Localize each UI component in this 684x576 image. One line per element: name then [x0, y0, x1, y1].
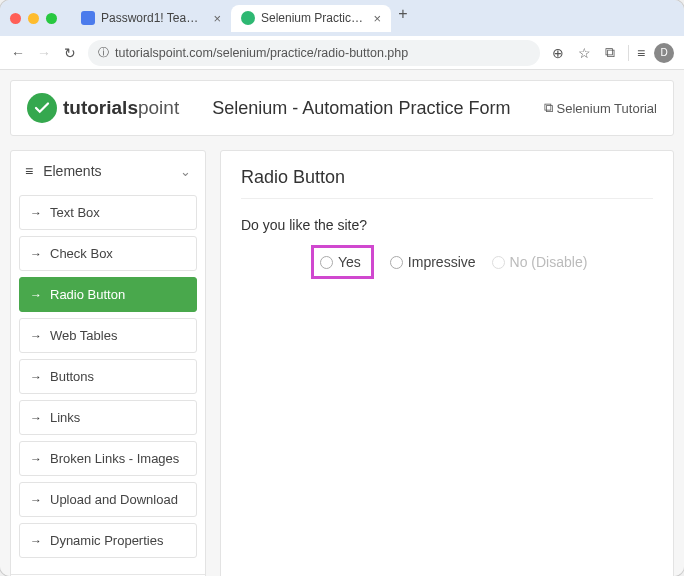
back-button[interactable]: ← [10, 45, 26, 61]
arrow-right-icon: → [30, 329, 42, 343]
page-header: tutorialspoint Selenium - Automation Pra… [10, 80, 674, 136]
favicon [81, 11, 95, 25]
radio-group: Yes Impressive No (Disable) [241, 245, 653, 279]
radio-option-impressive[interactable]: Impressive [390, 254, 476, 270]
bookmark-icon[interactable]: ☆ [576, 45, 592, 61]
page-title: Selenium - Automation Practice Form [212, 98, 510, 119]
highlight-annotation: Yes [311, 245, 374, 279]
site-logo[interactable]: tutorialspoint [27, 93, 179, 123]
favicon [241, 11, 255, 25]
arrow-right-icon: → [30, 534, 42, 548]
arrow-right-icon: → [30, 206, 42, 220]
reload-button[interactable]: ↻ [62, 45, 78, 61]
sidebar-item-dynamic-properties[interactable]: →Dynamic Properties [19, 523, 197, 558]
tab-strip: Password1! Team | Test Resu… × Selenium … [71, 5, 674, 32]
arrow-right-icon: → [30, 370, 42, 384]
sidebar-item-upload-download[interactable]: →Upload and Download [19, 482, 197, 517]
radio-label: Yes [338, 254, 361, 270]
close-window-button[interactable] [10, 13, 21, 24]
arrow-right-icon: → [30, 452, 42, 466]
url-text: tutorialspoint.com/selenium/practice/rad… [115, 46, 408, 60]
sidebar-header-elements[interactable]: ≡ Elements ⌄ [11, 151, 205, 191]
browser-toolbar: ← → ↻ ⓘ tutorialspoint.com/selenium/prac… [0, 36, 684, 70]
sidebar-items-elements: →Text Box →Check Box →Radio Button →Web … [11, 191, 205, 574]
sidebar-item-text-box[interactable]: →Text Box [19, 195, 197, 230]
main-panel: Radio Button Do you like the site? Yes I… [220, 150, 674, 576]
address-bar[interactable]: ⓘ tutorialspoint.com/selenium/practice/r… [88, 40, 540, 66]
close-icon[interactable]: × [213, 11, 221, 26]
content-wrapper: ≡ Elements ⌄ →Text Box →Check Box →Radio… [0, 136, 684, 576]
tab-title: Selenium Practice - Radio Bu [261, 11, 363, 25]
menu-icon: ≡ [25, 163, 33, 179]
radio-option-no: No (Disable) [492, 254, 588, 270]
chevron-down-icon: ⌄ [180, 164, 191, 179]
section-label: Elements [43, 163, 101, 179]
browser-titlebar: Password1! Team | Test Resu… × Selenium … [0, 0, 684, 36]
minimize-window-button[interactable] [28, 13, 39, 24]
sidebar-item-radio-button[interactable]: →Radio Button [19, 277, 197, 312]
radio-icon [320, 256, 333, 269]
arrow-right-icon: → [30, 411, 42, 425]
sidebar-item-broken-links[interactable]: →Broken Links - Images [19, 441, 197, 476]
extensions-icon[interactable]: ⧉ [602, 44, 618, 61]
sidebar: ≡ Elements ⌄ →Text Box →Check Box →Radio… [10, 150, 206, 576]
site-info-icon[interactable]: ⓘ [98, 45, 109, 60]
zoom-icon[interactable]: ⊕ [550, 45, 566, 61]
external-link-icon: ⧉ [544, 100, 553, 116]
radio-label: Impressive [408, 254, 476, 270]
radio-icon [492, 256, 505, 269]
sidebar-item-buttons[interactable]: →Buttons [19, 359, 197, 394]
radio-icon [390, 256, 403, 269]
radio-option-yes[interactable]: Yes [320, 254, 361, 270]
sidebar-section-elements: ≡ Elements ⌄ →Text Box →Check Box →Radio… [11, 151, 205, 575]
arrow-right-icon: → [30, 493, 42, 507]
arrow-right-icon: → [30, 247, 42, 261]
tab-title: Password1! Team | Test Resu… [101, 11, 203, 25]
main-heading: Radio Button [241, 167, 653, 199]
close-icon[interactable]: × [373, 11, 381, 26]
window-controls [10, 13, 57, 24]
question-text: Do you like the site? [241, 217, 653, 233]
logo-text: tutorialspoint [63, 97, 179, 119]
new-tab-button[interactable]: + [391, 5, 415, 32]
selenium-tutorial-link[interactable]: ⧉ Selenium Tutorial [544, 100, 657, 116]
arrow-right-icon: → [30, 288, 42, 302]
tab-0[interactable]: Password1! Team | Test Resu… × [71, 5, 231, 32]
maximize-window-button[interactable] [46, 13, 57, 24]
forward-button[interactable]: → [36, 45, 52, 61]
reader-icon[interactable]: ≡ [628, 45, 644, 61]
profile-avatar[interactable]: D [654, 43, 674, 63]
logo-mark-icon [27, 93, 57, 123]
sidebar-item-web-tables[interactable]: →Web Tables [19, 318, 197, 353]
radio-label: No (Disable) [510, 254, 588, 270]
sidebar-item-links[interactable]: →Links [19, 400, 197, 435]
sidebar-item-check-box[interactable]: →Check Box [19, 236, 197, 271]
tab-1[interactable]: Selenium Practice - Radio Bu × [231, 5, 391, 32]
page-viewport: tutorialspoint Selenium - Automation Pra… [0, 70, 684, 576]
